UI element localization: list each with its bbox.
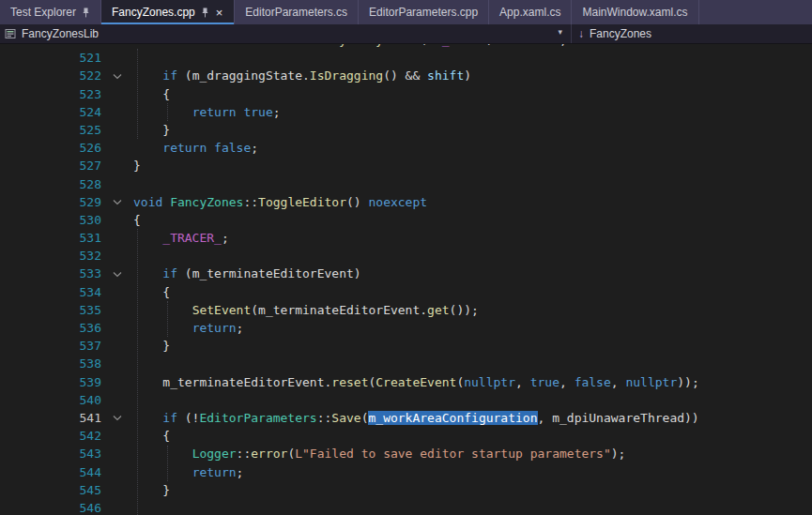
code-line-text	[133, 499, 812, 515]
line-number: 545	[0, 481, 101, 499]
fold-gutter	[101, 139, 133, 157]
code-line-text: return false;	[133, 139, 812, 157]
line-number: 528	[0, 175, 101, 193]
code-row-535[interactable]: 535 SetEvent(m_terminateEditorEvent.get(…	[0, 301, 812, 319]
line-number: 539	[0, 373, 101, 391]
member-name: FancyZones	[590, 27, 651, 40]
line-number: 523	[0, 85, 101, 103]
line-number: 530	[0, 211, 101, 229]
code-row-537[interactable]: 537 }	[0, 337, 812, 355]
fold-gutter	[101, 49, 133, 67]
fold-chevron-icon[interactable]	[101, 409, 133, 427]
line-number: 525	[0, 121, 101, 139]
code-line-text: if (m_terminateEditorEvent)	[133, 265, 812, 282]
code-row-522[interactable]: 522 if (m_draggingState.IsDragging() && …	[0, 67, 812, 84]
line-number: 540	[0, 391, 101, 409]
tab-editorparameters-cpp[interactable]: EditorParameters.cpp	[359, 0, 489, 24]
fold-chevron-icon[interactable]	[101, 265, 133, 282]
tab-test-explorer[interactable]: Test Explorer	[0, 0, 101, 24]
fold-chevron-icon[interactable]	[101, 193, 133, 211]
fold-gutter	[101, 463, 133, 481]
code-row-525[interactable]: 525 }	[0, 121, 812, 139]
code-row-531[interactable]: 531 _TRACER_;	[0, 229, 812, 247]
close-icon[interactable]: ×	[215, 7, 224, 19]
code-line-text	[133, 175, 812, 193]
project-dropdown[interactable]: FancyZonesLib ▾	[0, 24, 571, 43]
pin-icon[interactable]	[201, 8, 209, 18]
code-line-text: _TRACER_;	[133, 229, 812, 247]
code-row-528[interactable]: 528	[0, 175, 812, 193]
line-number: 542	[0, 427, 101, 445]
code-line-text: {	[133, 85, 812, 103]
fold-gutter	[101, 427, 133, 445]
fold-gutter	[101, 121, 133, 139]
tab-label: EditorParameters.cs	[245, 6, 347, 19]
code-row-541[interactable]: 541 if (!EditorParameters::Save(m_workAr…	[0, 409, 812, 427]
line-number: 522	[0, 67, 101, 84]
code-line-text	[133, 247, 812, 265]
tab-label: FancyZones.cpp	[112, 6, 195, 19]
code-row-542[interactable]: 542 {	[0, 427, 812, 445]
fold-gutter	[101, 175, 133, 193]
code-row-538[interactable]: 538	[0, 355, 812, 372]
line-number: 524	[0, 103, 101, 121]
code-line-text: }	[133, 337, 812, 355]
fold-gutter	[101, 499, 133, 515]
line-number: 527	[0, 157, 101, 174]
code-row-521[interactable]: 521	[0, 49, 812, 67]
fold-gutter	[101, 301, 133, 319]
code-row-526[interactable]: 526 return false;	[0, 139, 812, 157]
member-dropdown[interactable]: ↓ FancyZones	[572, 24, 812, 43]
fold-gutter	[101, 319, 133, 337]
code-row-533[interactable]: 533 if (m_terminateEditorEvent)	[0, 265, 812, 282]
fold-gutter	[101, 157, 133, 174]
fold-chevron-icon[interactable]	[101, 67, 133, 84]
code-row-532[interactable]: 532	[0, 247, 812, 265]
tab-editorparameters-cs[interactable]: EditorParameters.cs	[235, 0, 359, 24]
fold-gutter	[101, 391, 133, 409]
code-row-543[interactable]: 543 Logger::error(L"Failed to save edito…	[0, 445, 812, 462]
code-row-530[interactable]: 530{	[0, 211, 812, 229]
code-row-539[interactable]: 539 m_terminateEditorEvent.reset(CreateE…	[0, 373, 812, 391]
chevron-down-icon: ▾	[558, 27, 562, 37]
code-line-text: Logger::error(L"Failed to save editor st…	[133, 445, 812, 462]
pin-icon[interactable]	[82, 8, 90, 18]
fold-gutter	[101, 445, 133, 462]
code-row-536[interactable]: 536 return;	[0, 319, 812, 337]
fold-gutter	[101, 481, 133, 499]
code-row-540[interactable]: 540	[0, 391, 812, 409]
tab-label: MainWindow.xaml.cs	[582, 6, 687, 19]
code-line-text: SetEvent(m_terminateEditorEvent.get());	[133, 301, 812, 319]
code-editor[interactable]: 520 bool const shift = GetAsyncKeyState(…	[0, 44, 812, 515]
code-row-544[interactable]: 544 return;	[0, 463, 812, 481]
code-line-text	[133, 391, 812, 409]
code-line-text: {	[133, 211, 812, 229]
code-row-524[interactable]: 524 return true;	[0, 103, 812, 121]
tab-fancyzones-cpp[interactable]: FancyZones.cpp×	[101, 0, 235, 24]
code-row-545[interactable]: 545 }	[0, 481, 812, 499]
line-number: 536	[0, 319, 101, 337]
line-number: 529	[0, 193, 101, 211]
tab-label: App.xaml.cs	[499, 6, 560, 19]
tab-label: EditorParameters.cpp	[369, 6, 478, 19]
code-line-text	[133, 49, 812, 67]
line-number: 532	[0, 247, 101, 265]
code-row-534[interactable]: 534 {	[0, 283, 812, 301]
code-row-546[interactable]: 546	[0, 499, 812, 515]
code-line-text: void FancyZones::ToggleEditor() noexcept	[133, 193, 812, 211]
code-line-text: return;	[133, 463, 812, 481]
tab-app-xaml-cs[interactable]: App.xaml.cs	[489, 0, 572, 24]
code-line-text: m_terminateEditorEvent.reset(CreateEvent…	[133, 373, 812, 391]
line-number: 521	[0, 49, 101, 67]
tab-mainwindow-xaml-cs[interactable]: MainWindow.xaml.cs	[572, 0, 698, 24]
code-row-529[interactable]: 529void FancyZones::ToggleEditor() noexc…	[0, 193, 812, 211]
line-number: 541	[0, 409, 101, 427]
line-number: 543	[0, 445, 101, 462]
fold-gutter	[101, 373, 133, 391]
code-row-527[interactable]: 527}	[0, 157, 812, 174]
line-number: 546	[0, 499, 101, 515]
line-number: 544	[0, 463, 101, 481]
member-arrow-icon: ↓	[578, 27, 584, 40]
tab-label: Test Explorer	[10, 6, 76, 19]
code-row-523[interactable]: 523 {	[0, 85, 812, 103]
